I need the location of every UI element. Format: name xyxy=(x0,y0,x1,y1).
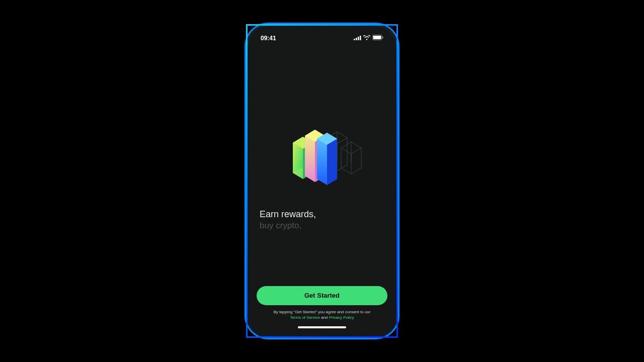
signal-icon xyxy=(354,35,361,42)
phone-volume-up xyxy=(246,100,247,119)
battery-icon xyxy=(372,35,383,42)
phone-volume-down xyxy=(246,123,247,142)
bars-3d-illustration xyxy=(277,119,367,189)
svg-rect-3 xyxy=(360,36,361,40)
consent-and: and xyxy=(320,315,329,320)
status-time: 09:41 xyxy=(261,35,276,42)
wifi-icon xyxy=(363,35,370,42)
status-bar: 09:41 xyxy=(255,33,389,44)
consent-text: By tapping "Get Started" you agree and c… xyxy=(257,309,387,320)
headline-secondary: buy crypto, xyxy=(260,221,384,231)
phone-mute-switch xyxy=(246,82,247,93)
home-indicator[interactable] xyxy=(298,326,346,328)
privacy-policy-link[interactable]: Privacy Policy xyxy=(329,315,354,320)
screen: 09:41 xyxy=(248,26,396,336)
terms-of-service-link[interactable]: Terms of Service xyxy=(290,315,320,320)
svg-rect-0 xyxy=(354,39,355,40)
svg-rect-5 xyxy=(373,36,381,39)
svg-rect-1 xyxy=(356,38,357,40)
headline-block: Earn rewards, buy crypto, xyxy=(255,209,389,231)
cta-area: Get Started By tapping "Get Started" you… xyxy=(255,286,389,331)
headline-primary: Earn rewards, xyxy=(260,209,384,220)
get-started-button[interactable]: Get Started xyxy=(257,286,387,305)
phone-frame: 09:41 xyxy=(246,24,398,338)
consent-prefix: By tapping "Get Started" you agree and c… xyxy=(274,310,371,314)
svg-rect-2 xyxy=(358,37,359,40)
phone-power-button xyxy=(397,110,398,140)
hero-area: Earn rewards, buy crypto, xyxy=(255,44,389,286)
svg-rect-6 xyxy=(382,37,383,39)
status-icons xyxy=(354,35,383,42)
